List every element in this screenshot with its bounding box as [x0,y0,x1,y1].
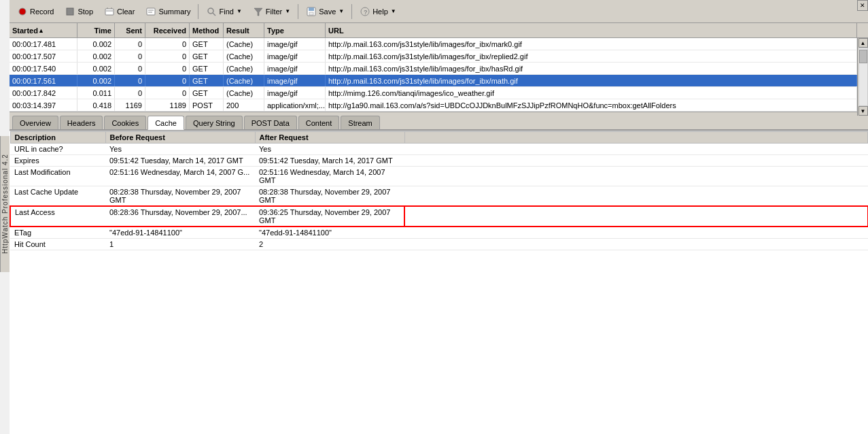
tab-post-data[interactable]: POST Data [244,116,297,129]
clear-button[interactable]: Clear [99,2,139,21]
detail-col-header-after: After Request [255,132,404,144]
record-icon [17,6,28,17]
col-header-url[interactable]: URL [326,23,857,37]
col-header-method[interactable]: Method [190,23,224,37]
detail-cell-after: 09:51:42 Tuesday, March 14, 2017 GMT [255,155,404,167]
stop-icon [65,6,75,17]
tab-stream[interactable]: Stream [341,116,379,129]
svg-rect-2 [105,9,114,15]
detail-cell-description: Expires [10,155,105,167]
request-grid-wrapper: Started Time Sent Received Method Result… [10,23,868,112]
toolbar-separator-2 [298,4,298,19]
find-button[interactable]: Find ▼ [201,2,246,21]
detail-cell-before: 09:51:42 Tuesday, March 14, 2017 GMT [105,155,255,167]
stop-button[interactable]: Stop [60,2,98,21]
detail-cell-before: "47edd-91-14841100" [105,227,255,239]
detail-row[interactable]: Hit Count12 [10,239,868,250]
tab-cookies[interactable]: Cookies [104,116,146,129]
record-button[interactable]: Record [12,2,58,21]
filter-dropdown-arrow: ▼ [285,8,290,14]
detail-col-header-extra [404,132,868,144]
detail-cell-extra [404,144,868,155]
table-row[interactable]: 00:00:17.4810.00200GET(Cache)image/gifht… [10,38,857,50]
summary-icon [145,6,156,17]
detail-cell-before: 08:28:38 Thursday, November 29, 2007 GMT [105,186,255,207]
svg-rect-13 [309,7,314,11]
filter-button[interactable]: Filter ▼ [248,2,295,21]
detail-row[interactable]: Last Access08:28:36 Thursday, November 2… [10,206,868,227]
detail-row[interactable]: Last Modification02:51:16 Wednesday, Mar… [10,167,868,186]
detail-row[interactable]: Last Cache Update08:28:38 Thursday, Nove… [10,186,868,207]
svg-text:?: ? [364,9,368,16]
save-dropdown-arrow: ▼ [338,8,344,14]
save-button[interactable]: Save ▼ [301,2,349,21]
svg-rect-6 [147,8,155,15]
table-row[interactable]: 00:00:17.8420.01100GET(Cache)image/gifht… [10,87,857,99]
scroll-up-button[interactable]: ▲ [858,38,868,48]
grid-scrollbar[interactable]: ▲ ▼ [857,38,868,116]
table-row[interactable]: 00:00:17.5610.00200GET(Cache)image/gifht… [10,75,857,87]
table-row[interactable]: 00:00:17.5400.00200GET(Cache)image/gifht… [10,63,857,75]
tab-cache[interactable]: Cache [147,116,184,130]
svg-rect-14 [309,12,313,15]
detail-cell-description: Last Access [10,206,105,227]
detail-cell-before: 1 [105,239,255,250]
detail-cell-after: 09:36:25 Thursday, November 29, 2007 GMT [255,206,404,227]
table-row[interactable]: 00:03:14.3970.41811691189POST200applicat… [10,99,857,112]
detail-table: Description Before Request After Request… [10,131,868,250]
col-header-received[interactable]: Received [145,23,190,37]
detail-col-header-description: Description [10,132,105,144]
sidebar-label: HttpWatch Professional 4.2 [0,136,10,272]
detail-row[interactable]: URL in cache?YesYes [10,144,868,155]
detail-cell-description: Last Cache Update [10,186,105,207]
detail-row[interactable]: Expires09:51:42 Tuesday, March 14, 2017 … [10,155,868,167]
detail-row[interactable]: ETag"47edd-91-14841100""47edd-91-1484110… [10,227,868,239]
col-header-started[interactable]: Started [10,23,77,37]
tab-content[interactable]: Content [298,116,340,129]
help-icon: ? [360,6,370,17]
detail-cell-before: Yes [105,144,255,155]
detail-cell-description: Hit Count [10,239,105,250]
scroll-down-button[interactable]: ▼ [858,106,868,116]
clear-icon [104,6,115,17]
table-row[interactable]: 00:00:17.5070.00200GET(Cache)image/gifht… [10,50,857,63]
find-dropdown-arrow: ▼ [237,8,242,14]
filter-icon [253,6,264,17]
detail-cell-after: 2 [255,239,404,250]
col-header-time[interactable]: Time [77,23,115,37]
find-icon [206,6,217,17]
detail-cell-before: 08:28:36 Thursday, November 29, 2007... [105,206,255,227]
grid-header: Started Time Sent Received Method Result… [10,23,868,38]
detail-cell-description: ETag [10,227,105,239]
col-header-sent[interactable]: Sent [115,23,145,37]
detail-cell-after: Yes [255,144,404,155]
col-header-type[interactable]: Type [264,23,326,37]
tab-overview[interactable]: Overview [12,116,58,129]
detail-cell-extra [404,227,868,239]
col-header-result[interactable]: Result [224,23,264,37]
detail-cell-after: "47edd-91-14841100" [255,227,404,239]
tabs-bar: OverviewHeadersCookiesCacheQuery StringP… [10,114,868,131]
scroll-thumb[interactable] [859,50,867,63]
svg-line-10 [213,13,215,16]
svg-rect-1 [67,8,73,15]
detail-cell-before: 02:51:16 Wednesday, March 14, 2007 G... [105,167,255,186]
detail-cell-after: 08:28:38 Thursday, November 29, 2007 GMT [255,186,404,207]
detail-cell-extra [404,206,868,227]
scroll-track[interactable] [858,48,868,106]
detail-cell-extra [404,167,868,186]
help-dropdown-arrow: ▼ [391,8,396,14]
tab-query-string[interactable]: Query String [186,116,243,129]
help-button[interactable]: ? Help ▼ [355,2,401,21]
save-icon [306,6,317,17]
detail-cell-description: URL in cache? [10,144,105,155]
detail-panel: Description Before Request After Request… [10,131,868,434]
detail-cell-extra [404,155,868,167]
tab-headers[interactable]: Headers [60,116,103,129]
svg-point-0 [19,8,26,15]
summary-button[interactable]: Summary [141,2,195,21]
detail-cell-extra [404,186,868,207]
close-icon[interactable]: ✕ [857,0,868,11]
toolbar-separator-1 [198,4,198,19]
detail-cell-extra [404,239,868,250]
